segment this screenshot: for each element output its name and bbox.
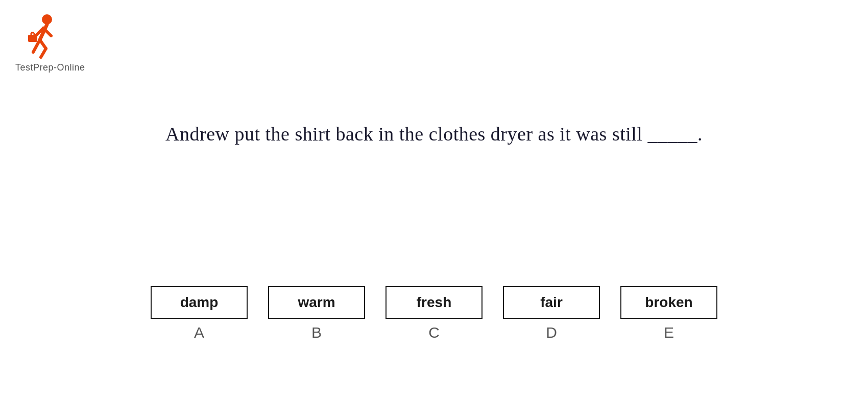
logo-area: TestPrep-Online <box>15 10 85 73</box>
choice-item-a[interactable]: dampA <box>151 286 248 341</box>
choice-letter-e: E <box>664 324 674 341</box>
question-text: Andrew put the shirt back in the clothes… <box>165 123 703 145</box>
question-area: Andrew put the shirt back in the clothes… <box>0 123 868 145</box>
choice-word-e: broken <box>645 294 692 310</box>
choice-box-c[interactable]: fresh <box>385 286 483 319</box>
choice-box-a[interactable]: damp <box>151 286 248 319</box>
logo-icon <box>15 10 66 61</box>
choices-area: dampAwarmBfreshCfairDbrokenE <box>0 286 868 341</box>
choice-box-b[interactable]: warm <box>268 286 365 319</box>
choice-item-c[interactable]: freshC <box>385 286 483 341</box>
choice-word-a: damp <box>180 294 219 310</box>
choice-word-b: warm <box>298 294 335 310</box>
logo-text: TestPrep-Online <box>15 62 85 73</box>
choice-word-d: fair <box>540 294 563 310</box>
choice-letter-a: A <box>194 324 204 341</box>
choice-letter-b: B <box>311 324 322 341</box>
choice-box-e[interactable]: broken <box>620 286 717 319</box>
choice-letter-d: D <box>546 324 557 341</box>
choice-letter-c: C <box>428 324 440 341</box>
choice-item-b[interactable]: warmB <box>268 286 365 341</box>
choice-word-c: fresh <box>417 294 451 310</box>
choice-box-d[interactable]: fair <box>503 286 600 319</box>
svg-rect-6 <box>28 35 37 42</box>
choice-item-e[interactable]: brokenE <box>620 286 717 341</box>
svg-line-3 <box>40 40 46 49</box>
choice-item-d[interactable]: fairD <box>503 286 600 341</box>
svg-line-4 <box>41 49 46 57</box>
